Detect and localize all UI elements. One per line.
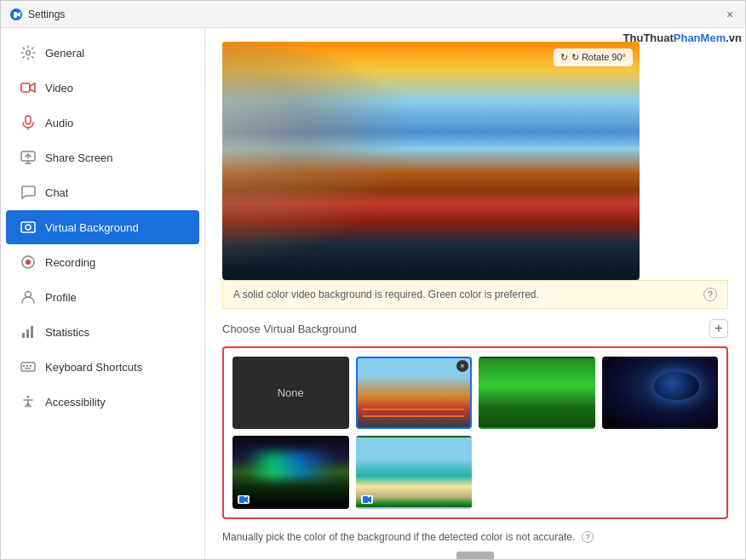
main-content: ThuThuatPhanMem.vn ↻ ↻ Rotate 90° A soli… bbox=[205, 28, 745, 559]
accessibility-icon bbox=[20, 393, 37, 410]
video-icon bbox=[20, 79, 37, 96]
close-button[interactable]: × bbox=[723, 8, 737, 21]
sidebar-item-label-profile: Profile bbox=[45, 291, 77, 304]
rotate-icon: ↻ bbox=[560, 52, 568, 63]
svg-rect-18 bbox=[23, 365, 25, 367]
app-icon bbox=[9, 8, 23, 21]
svg-rect-14 bbox=[22, 333, 25, 338]
sidebar-item-label-virtual-background: Virtual Background bbox=[45, 221, 139, 234]
bg-item-bridge[interactable]: × bbox=[356, 357, 473, 429]
titlebar: Settings × bbox=[1, 1, 745, 28]
sidebar-item-video[interactable]: Video bbox=[6, 71, 199, 105]
section-header: Choose Virtual Background + bbox=[222, 319, 728, 338]
sidebar-item-label-keyboard-shortcuts: Keyboard Shortcuts bbox=[45, 361, 142, 374]
info-text: A solid color video background is requir… bbox=[233, 289, 539, 300]
color-pick-row: Manually pick the color of the backgroun… bbox=[222, 531, 728, 543]
mic-icon bbox=[20, 114, 37, 131]
titlebar-left: Settings bbox=[9, 8, 65, 21]
info-help-icon[interactable]: ? bbox=[703, 288, 717, 301]
sidebar-item-recording[interactable]: Recording bbox=[6, 245, 199, 279]
bg-none-label: None bbox=[278, 386, 304, 399]
rotate-label: ↻ Rotate 90° bbox=[571, 52, 626, 63]
svg-rect-15 bbox=[26, 329, 29, 338]
chat-icon bbox=[20, 184, 37, 201]
profile-icon bbox=[20, 289, 37, 306]
preview-container: ↻ ↻ Rotate 90° bbox=[222, 42, 640, 280]
bg-item-grass[interactable] bbox=[479, 357, 595, 429]
svg-rect-25 bbox=[363, 496, 368, 503]
svg-rect-19 bbox=[26, 365, 28, 367]
svg-point-12 bbox=[26, 260, 31, 265]
sidebar-item-audio[interactable]: Audio bbox=[6, 106, 199, 140]
svg-rect-6 bbox=[26, 116, 31, 124]
share-screen-icon bbox=[20, 149, 37, 166]
sidebar-item-statistics[interactable]: Statistics bbox=[6, 315, 199, 349]
sidebar-item-label-audio: Audio bbox=[45, 117, 73, 129]
sidebar-item-label-statistics: Statistics bbox=[45, 326, 89, 339]
svg-rect-1 bbox=[14, 12, 17, 18]
svg-rect-20 bbox=[30, 365, 32, 367]
svg-marker-26 bbox=[368, 496, 371, 503]
sidebar-item-chat[interactable]: Chat bbox=[6, 175, 199, 209]
bg-item-beach[interactable] bbox=[356, 436, 473, 508]
sidebar-item-label-share-screen: Share Screen bbox=[45, 151, 113, 164]
virtual-background-icon bbox=[20, 219, 37, 236]
rotate-button[interactable]: ↻ ↻ Rotate 90° bbox=[554, 49, 633, 66]
sidebar-item-profile[interactable]: Profile bbox=[6, 280, 199, 314]
sidebar-item-keyboard-shortcuts[interactable]: Keyboard Shortcuts bbox=[6, 350, 199, 384]
settings-window: Settings × General bbox=[0, 0, 746, 560]
bg-close-icon[interactable]: × bbox=[456, 360, 468, 372]
sidebar-item-general[interactable]: General bbox=[6, 36, 199, 70]
sidebar-item-label-accessibility: Accessibility bbox=[45, 396, 106, 409]
sidebar: General Video bbox=[1, 28, 205, 559]
svg-marker-5 bbox=[30, 83, 35, 92]
background-grid-wrapper: None × bbox=[222, 346, 728, 519]
svg-rect-21 bbox=[25, 368, 31, 369]
sidebar-item-label-recording: Recording bbox=[45, 256, 95, 269]
sidebar-item-label-chat: Chat bbox=[45, 186, 68, 199]
svg-point-3 bbox=[26, 51, 31, 55]
titlebar-title: Settings bbox=[28, 9, 65, 20]
keyboard-icon bbox=[20, 358, 37, 375]
sidebar-item-accessibility[interactable]: Accessibility bbox=[6, 385, 199, 419]
color-pick-text: Manually pick the color of the backgroun… bbox=[222, 531, 575, 543]
sidebar-item-virtual-background[interactable]: Virtual Background bbox=[6, 210, 199, 244]
watermark: ThuThuatPhanMem.vn bbox=[623, 31, 742, 44]
sidebar-item-label-video: Video bbox=[45, 82, 73, 94]
sidebar-item-label-general: General bbox=[45, 47, 84, 60]
svg-rect-23 bbox=[239, 496, 244, 503]
statistics-icon bbox=[20, 323, 37, 340]
gear-icon bbox=[20, 44, 37, 61]
add-background-button[interactable]: + bbox=[709, 319, 728, 338]
svg-rect-16 bbox=[31, 326, 33, 338]
svg-rect-4 bbox=[21, 83, 30, 92]
video-badge-aurora bbox=[238, 495, 250, 504]
content-area: General Video bbox=[1, 28, 745, 559]
info-bar: A solid color video background is requir… bbox=[222, 280, 728, 309]
svg-rect-9 bbox=[21, 222, 35, 232]
bg-item-space[interactable] bbox=[602, 357, 719, 429]
svg-point-22 bbox=[27, 396, 30, 398]
svg-point-10 bbox=[26, 225, 31, 230]
background-grid: None × bbox=[232, 357, 718, 509]
bg-item-aurora[interactable] bbox=[232, 436, 349, 508]
video-badge-beach bbox=[361, 495, 373, 504]
bg-item-none[interactable]: None bbox=[232, 357, 349, 429]
color-swatch[interactable] bbox=[456, 551, 494, 559]
section-title: Choose Virtual Background bbox=[222, 323, 357, 335]
color-help-icon[interactable]: ? bbox=[582, 531, 594, 543]
svg-marker-24 bbox=[244, 496, 248, 503]
sidebar-item-share-screen[interactable]: Share Screen bbox=[6, 140, 199, 174]
recording-icon bbox=[20, 254, 37, 271]
